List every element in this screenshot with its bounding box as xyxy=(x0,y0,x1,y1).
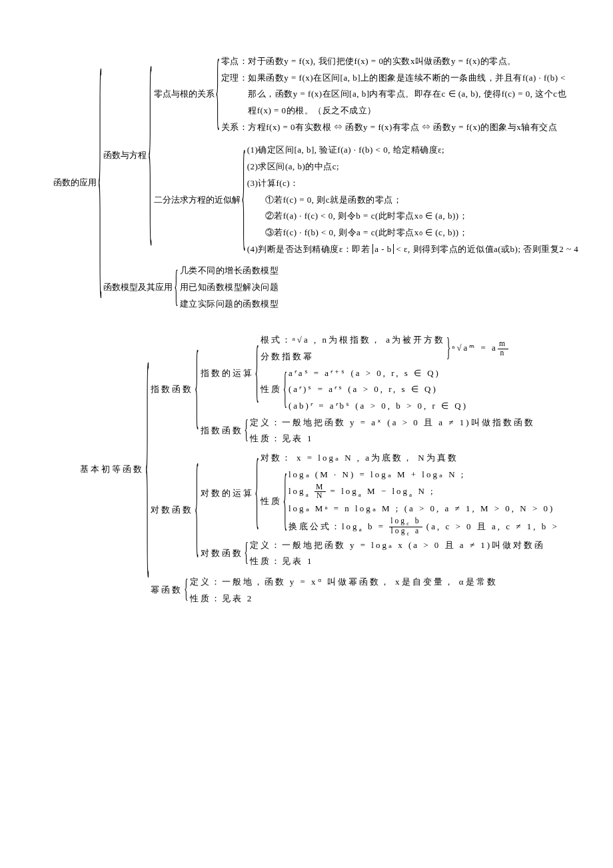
fraction: mn xyxy=(498,340,508,358)
brace-icon: { xyxy=(98,0,102,446)
branch-equations: 函数与方程 { 零点与根的关系 { 零点：对于函数y = f(x), 我们把使f… xyxy=(103,53,578,257)
label-log-fn: 对数函数 xyxy=(201,545,243,562)
label-equations: 函数与方程 xyxy=(103,147,147,164)
text-line: 定理：如果函数y = f(x)在区间[a, b]上的图象是连续不断的一条曲线，并… xyxy=(221,70,566,87)
label-exp-fn: 指数函数 xyxy=(201,423,243,439)
branch-log-ops: 对数的运算 { 对数： x = logₐ N , a为底数， N为真数 性质 {… xyxy=(201,450,559,537)
fraction-num: m xyxy=(498,340,508,349)
text-line: 分数指数幂 xyxy=(261,349,445,365)
close-brace-icon: } xyxy=(446,324,450,373)
fraction-den: logc a xyxy=(389,527,422,537)
branch-radical: 根式：ⁿ√a , n为根指数， a为被开方数 分数指数幂 } ⁿ√aᵐ = am… xyxy=(261,332,508,365)
label-logarithm: 对数函数 xyxy=(151,502,193,519)
text-line: ⁿ√aᵐ = amn xyxy=(452,340,508,358)
label-exponential: 指数函数 xyxy=(151,381,193,398)
text-line: aʳaˢ = aʳ⁺ˢ (a > 0, r, s ∈ Q) xyxy=(289,365,468,382)
text-line: (3)计算f(c)： xyxy=(247,175,579,192)
branch-exp-fn: 指数函数 { 定义：一般地把函数 y = aˣ (a > 0 且 a ≠ 1)叫… xyxy=(201,415,535,447)
text-line: 定义：一般地把函数 y = aˣ (a > 0 且 a ≠ 1)叫做指数函数 xyxy=(250,415,535,431)
root-label-elementary: 基本初等函数 xyxy=(80,461,144,478)
brace-icon: { xyxy=(245,406,249,455)
brace-icon: { xyxy=(242,85,246,315)
text-line: 几类不同的增长函数模型 xyxy=(180,263,279,279)
text-line: 性质：见表 1 xyxy=(250,431,535,447)
branch-models: 函数模型及其应用 { 几类不同的增长函数模型 用已知函数模型解决问题 建立实际问… xyxy=(103,263,578,312)
branch-exp-ops: 指数的运算 { 根式：ⁿ√a , n为根指数， a为被开方数 分数指数幂 } ⁿ… xyxy=(201,332,535,414)
brace-icon: { xyxy=(145,223,149,717)
label-bisection: 二分法求方程的近似解 xyxy=(154,192,241,209)
label-power: 幂函数 xyxy=(151,582,183,599)
branch-zeros: 零点与根的关系 { 零点：对于函数y = f(x), 我们把使f(x) = 0的… xyxy=(154,53,579,135)
text-line: 换底公式：loga b = logc blogc a (a, c > 0 且 a… xyxy=(289,517,559,537)
label-models: 函数模型及其应用 xyxy=(103,279,173,296)
branch-log-fn: 对数函数 { 定义：一般地把函数 y = logₐ x (a > 0 且 a ≠… xyxy=(201,537,559,570)
label-exp-ops: 指数的运算 xyxy=(201,365,254,382)
brace-icon: { xyxy=(216,12,220,177)
branch-power: 幂函数 { 定义：一般地，函数 y = xᵅ 叫做幂函数， x是自变量， α是常… xyxy=(151,574,559,607)
text-line: 性质：见表 2 xyxy=(190,591,498,607)
text-line: 根式：ⁿ√a , n为根指数， a为被开方数 xyxy=(261,332,445,349)
text-line: 程f(x) = 0的根。（反之不成立） xyxy=(221,103,566,119)
text-line: (4)判断是否达到精确度ε：即若 a - b < ε, 则得到零点的近似值a(或… xyxy=(247,241,579,258)
text-line: 关系：方程f(x) = 0有实数根 ⇔ 函数y = f(x)有零点 ⇔ 函数y … xyxy=(221,119,566,136)
text-line: (ab)ʳ = aʳbˢ (a > 0, b > 0, r ∈ Q) xyxy=(289,398,468,415)
text-line: (1)确定区间[a, b], 验证f(a) · f(b) < 0, 给定精确度ε… xyxy=(247,142,579,159)
brace-icon: { xyxy=(174,247,178,329)
text-line: (2)求区间(a, b)的中点c; xyxy=(247,159,579,175)
brace-icon: { xyxy=(255,411,259,576)
text-line: ①若f(c) = 0, 则c就是函数的零点； xyxy=(247,192,579,209)
text-line: 性质：见表 1 xyxy=(250,553,545,570)
fraction-num: logc b xyxy=(389,517,422,527)
document-page: 函数的应用 { 函数与方程 { 零点与根的关系 { 零点：对于函数y = f(x… xyxy=(0,0,613,607)
text-line: ②若f(a) · f(c) < 0, 则令b = c(此时零点x₀ ∈ (a, … xyxy=(247,208,579,225)
brace-icon: { xyxy=(184,566,188,615)
section-applications: 函数的应用 { 函数与方程 { 零点与根的关系 { 零点：对于函数y = f(x… xyxy=(53,53,613,312)
fraction: logc blogc a xyxy=(389,517,422,537)
fraction: MN xyxy=(314,483,326,501)
text-line: loga MN = loga M − loga N ; xyxy=(289,483,559,501)
branch-exp-rules: 性质 { aʳaˢ = aʳ⁺ˢ (a > 0, r, s ∈ Q) (aʳ)ˢ… xyxy=(261,365,508,415)
text-line: 用已知函数模型解决问题 xyxy=(180,279,279,296)
brace-icon: { xyxy=(283,436,287,568)
brace-icon: { xyxy=(283,349,287,431)
text-line: 定义：一般地，函数 y = xᵅ 叫做幂函数， x是自变量， α是常数 xyxy=(190,574,498,591)
fraction-den: n xyxy=(498,349,508,358)
label-properties: 性质 xyxy=(261,493,282,510)
text-line: logₐ Mⁿ = n logₐ M ; (a > 0, a ≠ 1, M > … xyxy=(289,501,559,517)
branch-logarithm: 对数函数 { 对数的运算 { 对数： x = logₐ N , a为底数， N为… xyxy=(151,450,559,570)
brace-icon: { xyxy=(195,403,199,617)
text-line: 零点：对于函数y = f(x), 我们把使f(x) = 0的实数x叫做函数y =… xyxy=(221,53,566,70)
label-zeros: 零点与根的关系 xyxy=(154,86,215,103)
radical-eq: ⁿ√aᵐ = a xyxy=(452,343,498,353)
label-log-ops: 对数的运算 xyxy=(201,485,254,502)
brace-icon: { xyxy=(245,529,249,578)
text-line: 那么，函数y = f(x)在区间[a, b]内有零点。即存在c ∈ (a, b)… xyxy=(221,86,566,103)
branch-exponential: 指数函数 { 指数的运算 { 根式：ⁿ√a , n为根指数， a为被开方数 分数… xyxy=(151,332,559,447)
root-label-applications: 函数的应用 xyxy=(53,175,97,191)
text-line: 定义：一般地把函数 y = logₐ x (a > 0 且 a ≠ 1)叫做对数… xyxy=(250,537,545,554)
text-line: ③若f(c) · f(b) < 0, 则令a = c(此时零点x₀ ∈ (c, … xyxy=(247,225,579,241)
text-line: (aʳ)ˢ = aʳˢ (a > 0, r, s ∈ Q) xyxy=(289,381,468,398)
fraction-num: M xyxy=(314,483,326,493)
label-properties: 性质 xyxy=(261,381,282,398)
text-line: 对数： x = logₐ N , a为底数， N为真数 xyxy=(261,450,559,467)
section-elementary: 基本初等函数 { 指数函数 { 指数的运算 { 根式：ⁿ√a , n为根指数， … xyxy=(53,332,613,607)
text-line: logₐ (M · N) = logₐ M + logₐ N ; xyxy=(289,467,559,483)
fraction-den: N xyxy=(314,492,326,501)
abs-notation: a - b xyxy=(372,244,394,254)
branch-log-rules: 性质 { logₐ (M · N) = logₐ M + logₐ N ; lo… xyxy=(261,467,559,537)
